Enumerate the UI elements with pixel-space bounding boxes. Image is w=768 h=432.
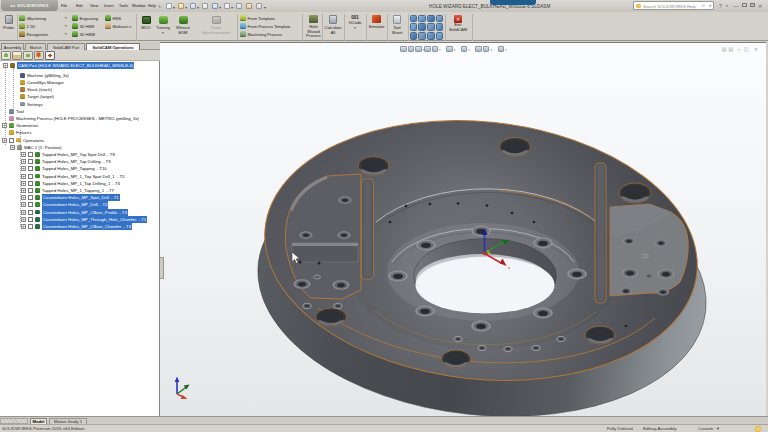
- svg-text:y: y: [512, 240, 514, 245]
- svg-text:x: x: [508, 265, 510, 270]
